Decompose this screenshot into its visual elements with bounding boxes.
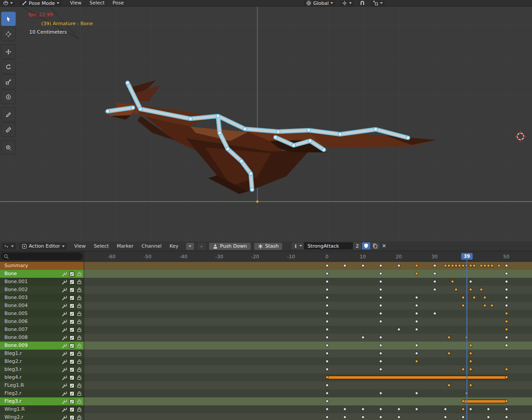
keyframe[interactable] [473,264,476,267]
lock-icon[interactable] [77,311,82,316]
channel-row-fleg3.r[interactable]: Fleg3.r✓ [0,397,84,405]
keyframe[interactable] [447,352,450,355]
lock-icon[interactable] [77,287,82,292]
tool-annotate[interactable] [1,107,16,122]
wrench-icon[interactable] [62,319,67,325]
keyframe[interactable] [490,264,493,267]
action-users-count[interactable]: 2 [353,242,362,249]
keyframe[interactable] [415,296,418,299]
key-row-bone[interactable] [84,270,532,278]
keyframe[interactable] [326,392,329,395]
menu-view[interactable]: View [70,243,90,249]
key-row-bone.001[interactable] [84,278,532,286]
action-name-field[interactable]: StrongAttack [304,242,353,249]
keyframe[interactable] [480,264,483,267]
key-row-bone.006[interactable] [84,318,532,326]
menu-pose[interactable]: Pose [109,0,128,6]
keyframe[interactable] [326,344,329,347]
keyframe[interactable] [469,264,472,267]
key-row-fleg1.r[interactable] [84,381,532,389]
checkbox-icon[interactable]: ✓ [70,415,74,420]
wrench-icon[interactable] [62,399,67,404]
keyframe[interactable] [451,280,454,283]
channel-row-bone.009[interactable]: Bone.009✓ [0,342,84,350]
keyframe[interactable] [473,296,476,299]
keyframe[interactable] [462,368,465,371]
wrench-icon[interactable] [62,303,67,309]
keyframe[interactable] [505,408,508,411]
keyframe[interactable] [483,296,486,299]
keyframe[interactable] [379,312,382,315]
orientation-dropdown[interactable]: Global [304,0,335,6]
keyframe[interactable] [505,272,508,275]
channel-row-fleg2.r[interactable]: Fleg2.r✓ [0,389,84,397]
checkbox-icon[interactable]: ✓ [70,272,74,276]
keyframe[interactable] [343,416,346,419]
lock-icon[interactable] [77,367,82,372]
editor-type-dropdown[interactable] [2,243,16,250]
keyframe[interactable] [505,288,508,291]
keyframe[interactable] [487,408,490,411]
checkbox-icon[interactable]: ✓ [70,359,74,364]
keyframe[interactable] [326,320,329,323]
checkbox-icon[interactable]: ✓ [70,311,74,316]
menu-marker[interactable]: Marker [113,243,138,249]
wrench-icon[interactable] [62,391,67,397]
keyframe[interactable] [415,408,418,411]
keyframe[interactable] [361,264,365,267]
wrench-icon[interactable] [62,327,67,333]
tool-move[interactable] [1,44,16,59]
duplicate-action-button[interactable] [371,242,380,249]
lock-icon[interactable] [77,383,82,388]
keyframe[interactable] [469,288,472,291]
wrench-icon[interactable] [62,367,67,373]
keyframe[interactable] [462,304,465,307]
checkbox-icon[interactable]: ✓ [70,280,74,284]
keyframe[interactable] [326,296,329,299]
keyframe[interactable] [469,352,472,355]
keyframe[interactable] [326,368,329,371]
key-row-bone.004[interactable] [84,302,532,310]
keyframe[interactable] [379,288,382,291]
keyframe[interactable] [451,264,454,267]
wrench-icon[interactable] [62,295,67,301]
checkbox-icon[interactable]: ✓ [70,391,74,396]
lock-icon[interactable] [77,279,82,284]
keyframe[interactable] [505,416,508,419]
wrench-icon[interactable] [62,351,67,357]
lock-icon[interactable] [77,415,82,420]
dragon-mesh[interactable] [103,80,436,194]
lock-icon[interactable] [77,343,82,348]
keyframe[interactable] [361,408,365,411]
keyframe[interactable] [469,368,472,371]
key-row-wing1.r[interactable] [84,405,532,413]
key-row-bleg1.r[interactable] [84,350,532,358]
tool-rotate[interactable] [1,59,16,74]
lock-icon[interactable] [77,351,82,356]
channel-row-bone.008[interactable]: Bone.008✓ [0,334,84,342]
snap-with-dropdown[interactable] [371,0,385,6]
menu-channel[interactable]: Channel [138,243,166,249]
keyframe[interactable] [415,320,418,323]
tool-measure[interactable] [1,122,16,137]
keyframe[interactable] [462,296,465,299]
keyframe[interactable] [326,352,329,355]
checkbox-icon[interactable]: ✓ [70,375,74,380]
snap-toggle[interactable] [358,0,366,6]
lock-icon[interactable] [77,335,82,340]
keyframe-area[interactable] [84,262,532,420]
wrench-icon[interactable] [62,383,67,389]
checkbox-icon[interactable]: ✓ [70,296,74,300]
channel-row-summary[interactable]: Summary [0,262,84,270]
stash-button[interactable]: Stash [254,243,283,250]
move-channel-up-button[interactable] [198,243,206,250]
keyframe[interactable] [379,272,382,275]
keyframe[interactable] [462,416,465,419]
channel-row-bone.006[interactable]: Bone.006✓ [0,318,84,326]
keyframe[interactable] [444,408,447,411]
tool-cursor[interactable] [1,27,16,41]
key-row-bone.007[interactable] [84,326,532,334]
keyframe[interactable] [469,384,472,387]
keyframe[interactable] [415,344,418,347]
key-row-bone.008[interactable] [84,334,532,342]
